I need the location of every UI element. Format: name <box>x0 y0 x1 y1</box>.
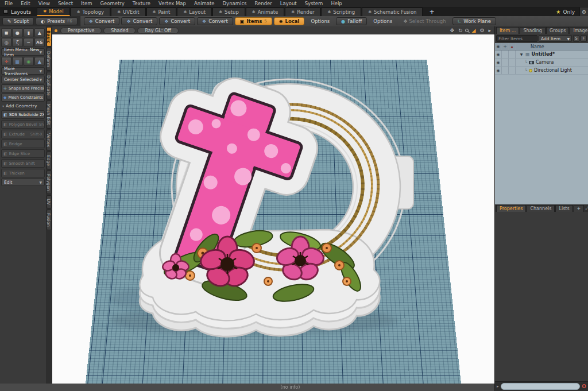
menu-view[interactable]: View <box>38 1 50 6</box>
tool-extrude[interactable]: ◧ Extrude Shift-X <box>1 130 45 138</box>
sphere-primitive-button[interactable]: ● <box>12 28 22 37</box>
mesh-cone-button[interactable]: ▲ <box>34 57 45 66</box>
layout-tab-setup[interactable]: ✱ Setup <box>212 7 245 16</box>
vtab-duplicate[interactable]: Duplicate <box>47 72 52 99</box>
tool-bridge[interactable]: ◧ Bridge <box>1 140 45 148</box>
mesh-constraints-button[interactable]: ◆ Mesh Constraints <box>1 94 45 102</box>
mesh-sphere-button[interactable]: ◉ <box>24 57 34 66</box>
item-visibility-toggle[interactable]: ◉ <box>495 67 502 74</box>
vtab-deform[interactable]: Deform <box>47 48 52 71</box>
options-button-2[interactable]: Options <box>369 18 397 24</box>
options-button-1[interactable]: Options <box>306 18 334 24</box>
edit-dropdown[interactable]: Edit ▼ <box>1 179 45 186</box>
filter-items-input[interactable]: Filter Items <box>496 35 537 42</box>
menu-texture[interactable]: Texture <box>133 1 150 6</box>
item-row-camera[interactable]: ◉ └ Camera <box>495 59 588 67</box>
menu-file[interactable]: File <box>5 1 13 6</box>
vtab-polygon[interactable]: Polygon <box>47 171 52 194</box>
menu-render[interactable]: Render <box>255 1 272 6</box>
item-visibility-toggle[interactable]: ◉ <box>495 59 502 66</box>
torus-primitive-button[interactable]: ◎ <box>1 38 11 47</box>
viewport-canvas[interactable] <box>52 34 494 384</box>
convert-button-3[interactable]: ❖ Convert <box>159 17 195 25</box>
layout-tab-render[interactable]: ✱ Render <box>285 7 320 16</box>
cone-primitive-button[interactable]: ▲ <box>34 28 45 37</box>
snaps-precision-button[interactable]: ✢ Snaps and Precision <box>1 84 45 92</box>
convert-button-1[interactable]: ❖ Convert <box>84 17 120 25</box>
tab-images[interactable]: Images <box>570 27 588 34</box>
tool-sds-subdivide[interactable]: ◧ SDS Subdivide 2X <box>1 110 45 119</box>
viewport-shading-dropdown[interactable]: Shaded <box>103 28 136 34</box>
layoutbar-settings-button[interactable]: ⚙ <box>579 7 588 16</box>
panel-expand-icon[interactable]: ⤢ <box>585 206 588 211</box>
layout-tab-uvedit[interactable]: ✱ UVEdit <box>111 7 145 16</box>
falloff-button[interactable]: ● Falloff <box>336 17 367 25</box>
menu-item[interactable]: Item <box>81 1 92 6</box>
layouts-menu[interactable]: Layouts <box>0 7 37 16</box>
add-layout-tab-button[interactable]: + <box>423 7 440 16</box>
transform-gizmo-button[interactable]: ✛ <box>1 57 11 66</box>
select-through-button[interactable]: ❖ Select Through <box>399 18 451 24</box>
layout-tab-paint[interactable]: ✱ Paint <box>146 7 177 16</box>
layout-tab-scripting[interactable]: ✱ Scripting <box>321 7 361 16</box>
menu-animate[interactable]: Animate <box>194 1 215 6</box>
viewport-expand-icon[interactable]: ▸ <box>487 28 492 33</box>
more-transforms-dropdown[interactable]: More Transforms ▼ <box>1 67 45 75</box>
vtab-fusion[interactable]: Fusion <box>47 210 52 230</box>
cube-primitive-button[interactable]: ◼ <box>1 28 11 37</box>
3d-viewport[interactable]: Perspective Shaded Ray GL: Off ✥ ↻ ◢ ⚙ ▸ <box>52 26 494 384</box>
sculpt-button[interactable]: ✎ Sculpt <box>2 17 34 25</box>
convert-button-2[interactable]: ❖ Convert <box>121 17 157 25</box>
layout-tab-schematic-fusion[interactable]: ✱ Schematic Fusion <box>362 7 423 16</box>
tab-lists[interactable]: Lists <box>555 205 572 212</box>
curve-tool-button[interactable]: ~ <box>24 38 34 47</box>
layout-tab-topology[interactable]: ✱ Topology <box>71 7 110 16</box>
tool-edge-slice[interactable]: ◧ Edge Slice <box>1 149 45 158</box>
add-item-dropdown[interactable]: Add Item ▼ <box>539 35 572 42</box>
vtab-mesh-edit[interactable]: Mesh Edit <box>47 100 52 129</box>
item-row-directional-light[interactable]: ◉ └ Directional Light <box>495 67 588 75</box>
menu-select[interactable]: Select <box>58 1 73 6</box>
pan-icon[interactable]: ✥ <box>448 28 455 33</box>
orbit-icon[interactable]: ↻ <box>457 28 464 33</box>
menu-vertex-map[interactable]: Vertex Map <box>158 1 186 6</box>
viewport-view-dropdown[interactable]: Perspective <box>60 28 102 34</box>
vtab-basic[interactable]: Basic <box>47 27 52 47</box>
tool-polygon-bevel[interactable]: ◧ Polygon Bevel Shift-B <box>1 120 45 129</box>
command-input[interactable] <box>501 383 581 390</box>
cylinder-primitive-button[interactable]: ▮ <box>24 28 34 37</box>
work-plane-button[interactable]: ∟ Work Plane <box>452 17 496 25</box>
menu-geometry[interactable]: Geometry <box>100 1 124 6</box>
menu-help[interactable]: Help <box>331 1 342 6</box>
item-menu-dropdown[interactable]: Item Menu: New Item ▼ <box>1 48 45 56</box>
convert-button-4[interactable]: ❖ Convert <box>197 17 233 25</box>
add-panel-tab-button[interactable]: + <box>574 205 585 212</box>
tab-shading[interactable]: Shading <box>520 27 546 34</box>
text-tool-button[interactable]: A& <box>34 38 45 47</box>
solo-button[interactable]: S <box>573 35 579 42</box>
viewport-raygl-dropdown[interactable]: Ray GL: Off <box>137 28 178 34</box>
grid-cube-button[interactable]: ▦ <box>12 57 22 66</box>
favorites-only-toggle[interactable]: ★ Only <box>551 7 579 16</box>
menu-dynamics[interactable]: Dynamics <box>223 1 247 6</box>
layout-tab-model[interactable]: ✱ Model <box>37 7 69 16</box>
tab-channels[interactable]: Channels <box>527 205 555 212</box>
viewport-tool-icon[interactable]: ◢ <box>470 28 477 33</box>
helix-tool-button[interactable]: ζ <box>12 38 22 47</box>
item-visibility-toggle[interactable]: ◉ <box>495 51 502 58</box>
layout-tab-animate[interactable]: ✱ Animate <box>246 7 285 16</box>
presets-button[interactable]: ◐ Presets F6 <box>36 17 77 25</box>
tool-smooth-shift[interactable]: ◧ Smooth Shift <box>1 159 45 168</box>
menu-edit[interactable]: Edit <box>21 1 30 6</box>
tree-collapse-icon[interactable]: ▼ <box>519 52 524 56</box>
vtab-uv[interactable]: UV <box>47 195 52 208</box>
vtab-edge[interactable]: Edge <box>47 152 52 169</box>
tool-thicken[interactable]: ◧ Thicken <box>1 169 45 177</box>
tab-properties[interactable]: Properties <box>496 205 526 212</box>
menu-layout[interactable]: Layout <box>280 1 297 6</box>
menu-system[interactable]: System <box>305 1 323 6</box>
record-icon[interactable]: O <box>582 384 586 389</box>
vtab-vertex[interactable]: Vertex <box>47 130 52 150</box>
viewport-gear-icon[interactable]: ⚙ <box>478 28 485 33</box>
add-geometry-section-header[interactable]: ▾ Add Geometry <box>1 103 45 109</box>
